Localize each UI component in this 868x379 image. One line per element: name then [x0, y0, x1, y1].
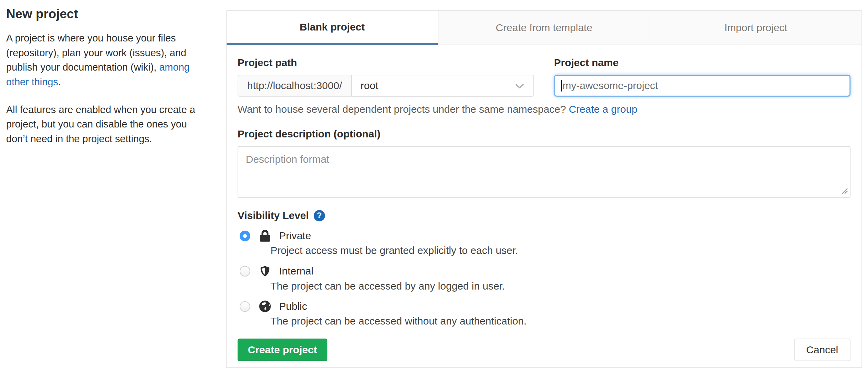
textarea-resize-handle[interactable] — [841, 187, 848, 196]
visibility-options: Private Project access must be granted e… — [238, 230, 851, 327]
form-actions: Create project Cancel — [238, 339, 851, 361]
shield-icon — [258, 265, 272, 278]
project-type-tabs: Blank project Create from template Impor… — [227, 11, 861, 45]
sidebar-features-paragraph: All features are enabled when you create… — [6, 102, 209, 146]
project-path-label: Project path — [238, 54, 534, 69]
visibility-option-private: Private Project access must be granted e… — [238, 230, 851, 256]
new-project-sidebar: New project A project is where you house… — [6, 7, 209, 159]
visibility-option-internal: Internal The project can be accessed by … — [238, 265, 851, 292]
lock-icon — [258, 230, 272, 242]
namespace-hint-text: Want to house several dependent projects… — [238, 103, 566, 115]
project-description-label: Project description (optional) — [238, 125, 851, 140]
project-path-input-group: http://localhost:3000/ root — [238, 75, 534, 97]
project-path-field: Project path http://localhost:3000/ root — [238, 54, 534, 97]
tab-blank-project[interactable]: Blank project — [227, 11, 438, 45]
namespace-select[interactable]: root — [351, 75, 534, 97]
internal-radio-row[interactable]: Internal — [238, 265, 851, 278]
cancel-button[interactable]: Cancel — [794, 339, 851, 361]
internal-option-label: Internal — [279, 265, 313, 277]
private-option-description: Project access must be granted explicitl… — [270, 245, 851, 256]
project-description-textarea[interactable] — [238, 146, 851, 198]
public-radio-button[interactable] — [240, 301, 250, 312]
private-option-label: Private — [279, 230, 311, 242]
visibility-level-row: Visibility Level ? — [238, 210, 851, 221]
globe-icon — [258, 300, 272, 313]
public-option-label: Public — [279, 301, 307, 312]
namespace-hint: Want to house several dependent projects… — [238, 103, 851, 115]
public-option-description: The project can be accessed without any … — [270, 315, 851, 327]
intro-suffix: . — [58, 76, 61, 87]
sidebar-intro-paragraph: A project is where you house your files … — [6, 31, 209, 89]
internal-radio-button[interactable] — [240, 266, 250, 277]
blank-project-form: Project path http://localhost:3000/ root… — [227, 45, 861, 361]
project-name-label: Project name — [554, 54, 851, 69]
new-project-panel: Blank project Create from template Impor… — [226, 10, 862, 368]
namespace-selected-value: root — [361, 80, 378, 91]
private-radio-button[interactable] — [240, 231, 250, 241]
create-a-group-link[interactable]: Create a group — [569, 103, 637, 115]
visibility-level-label: Visibility Level — [238, 210, 309, 221]
chevron-down-icon — [515, 80, 525, 91]
tab-create-from-template[interactable]: Create from template — [438, 11, 650, 45]
visibility-option-public: Public The project can be accessed witho… — [238, 300, 851, 327]
project-name-field: Project name — [554, 54, 851, 97]
url-prefix-addon: http://localhost:3000/ — [238, 75, 351, 97]
create-project-button[interactable]: Create project — [238, 339, 327, 361]
internal-option-description: The project can be accessed by any logge… — [270, 280, 851, 292]
text-cursor — [561, 80, 562, 91]
tab-import-project[interactable]: Import project — [650, 11, 861, 45]
public-radio-row[interactable]: Public — [238, 300, 851, 313]
page-title: New project — [6, 7, 209, 21]
question-circle-icon[interactable]: ? — [314, 210, 325, 221]
project-name-input[interactable] — [554, 75, 851, 97]
private-radio-row[interactable]: Private — [238, 230, 851, 242]
